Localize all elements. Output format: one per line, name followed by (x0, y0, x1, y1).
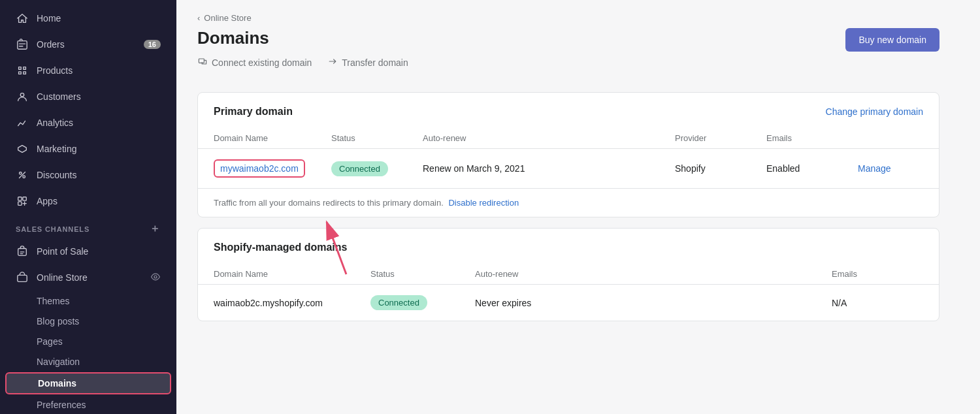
subnav-pages[interactable]: Pages (5, 332, 171, 351)
col-action (858, 133, 923, 143)
shopify-domain-row: waimaob2c.myshopify.com Connected Never … (198, 285, 939, 321)
orders-icon (16, 38, 29, 51)
buy-new-domain-button[interactable]: Buy new domain (845, 28, 939, 52)
shopify-col-status: Status (370, 269, 475, 279)
shopify-emails: N/A (832, 298, 923, 308)
eye-icon[interactable] (150, 272, 161, 284)
transfer-domain-icon (327, 56, 338, 69)
sidebar-item-analytics-label: Analytics (37, 118, 161, 128)
change-primary-domain-link[interactable]: Change primary domain (826, 106, 923, 117)
col-emails: Emails (766, 133, 858, 143)
shopify-domain-status: Connected (370, 295, 475, 310)
sidebar-item-orders-label: Orders (37, 39, 144, 50)
svg-rect-10 (199, 59, 204, 63)
sidebar-item-home[interactable]: Home (5, 6, 171, 31)
discounts-icon (16, 168, 29, 182)
breadcrumb-link[interactable]: Online Store (204, 13, 251, 23)
sidebar-item-online-store-label: Online Store (37, 272, 145, 283)
transfer-domain-label: Transfer domain (342, 57, 408, 68)
sidebar-item-apps-label: Apps (37, 196, 161, 206)
disable-redirection-link[interactable]: Disable redirection (448, 198, 519, 208)
sidebar-item-discounts-label: Discounts (37, 170, 161, 180)
shopify-col-emails: Emails (832, 269, 923, 279)
subnav-themes[interactable]: Themes (5, 291, 171, 311)
col-provider: Provider (675, 133, 766, 143)
sales-channels-header: SALES CHANNELS ＋ (0, 214, 176, 238)
analytics-icon (16, 116, 29, 129)
col-status: Status (331, 133, 423, 143)
sidebar-item-marketing[interactable]: Marketing (5, 136, 171, 161)
primary-domain-name-cell: mywaimaob2c.com (214, 159, 331, 178)
sidebar-item-customers-label: Customers (37, 91, 161, 102)
sidebar-item-discounts[interactable]: Discounts (5, 163, 171, 187)
col-autorenew: Auto-renew (423, 133, 675, 143)
breadcrumb: ‹ Online Store (197, 13, 939, 23)
redirect-notice: Traffic from all your domains redirects … (198, 189, 939, 217)
sidebar-item-pos[interactable]: Point of Sale (5, 239, 171, 264)
connect-domain-link[interactable]: Connect existing domain (197, 56, 312, 69)
transfer-domain-link[interactable]: Transfer domain (327, 56, 408, 69)
shopify-connected-badge: Connected (370, 295, 427, 310)
marketing-icon (16, 142, 29, 155)
svg-point-2 (20, 172, 22, 175)
shopify-col-autorenew: Auto-renew (475, 269, 832, 279)
sidebar-item-marketing-label: Marketing (37, 144, 161, 154)
sidebar-item-products[interactable]: Products (5, 58, 171, 83)
col-domain-name: Domain Name (214, 133, 331, 143)
svg-point-1 (20, 93, 24, 97)
sidebar-item-orders[interactable]: Orders 16 (5, 32, 171, 57)
primary-domain-provider: Shopify (675, 163, 766, 174)
online-store-icon (16, 271, 29, 284)
sidebar-item-apps[interactable]: Apps (5, 189, 171, 214)
shopify-domains-card: Shopify-managed domains Domain Name Stat… (197, 228, 939, 321)
connect-domain-icon (197, 56, 208, 69)
svg-rect-6 (18, 202, 22, 205)
primary-domain-card: Primary domain Change primary domain Dom… (197, 92, 939, 217)
page-title: Domains (197, 28, 408, 48)
sidebar-item-online-store[interactable]: Online Store (5, 265, 171, 290)
svg-point-9 (154, 276, 157, 278)
action-links: Connect existing domain Transfer domain (197, 56, 408, 69)
primary-domain-card-header: Primary domain Change primary domain (198, 93, 939, 128)
connected-badge: Connected (331, 161, 388, 176)
svg-rect-4 (18, 197, 22, 200)
primary-domain-title: Primary domain (214, 106, 293, 118)
add-sales-channel-icon[interactable]: ＋ (150, 222, 161, 236)
subnav-blog-posts[interactable]: Blog posts (5, 311, 171, 331)
svg-rect-8 (18, 275, 27, 281)
shopify-domains-header: Shopify-managed domains (198, 229, 939, 264)
shopify-autorenew: Never expires (475, 298, 832, 308)
shopify-table-header: Domain Name Status Auto-renew Emails (198, 264, 939, 285)
customers-icon (16, 90, 29, 103)
sidebar-item-products-label: Products (37, 65, 161, 76)
home-icon (16, 12, 29, 25)
orders-badge: 16 (144, 40, 161, 49)
sidebar-item-customers[interactable]: Customers (5, 84, 171, 109)
subnav-preferences[interactable]: Preferences (5, 395, 171, 414)
primary-domain-manage-link[interactable]: Manage (858, 163, 891, 174)
page-header: Domains Connect existing domain (197, 28, 939, 82)
connect-domain-label: Connect existing domain (212, 57, 312, 68)
svg-point-3 (23, 176, 25, 178)
apps-icon (16, 195, 29, 208)
main-content: ‹ Online Store Domains Connect e (176, 0, 980, 414)
sidebar-item-home-label: Home (37, 13, 161, 24)
pos-icon (16, 245, 29, 258)
primary-domain-emails: Enabled (766, 163, 858, 174)
subnav-navigation[interactable]: Navigation (5, 352, 171, 372)
breadcrumb-chevron: ‹ (197, 13, 200, 23)
svg-rect-5 (23, 197, 26, 200)
shopify-domain-name: waimaob2c.myshopify.com (214, 298, 370, 308)
primary-domain-status: Connected (331, 161, 423, 176)
sidebar: Home Orders 16 Products Customers (0, 0, 176, 414)
primary-domain-row: mywaimaob2c.com Connected Renew on March… (198, 149, 939, 189)
shopify-col-domain: Domain Name (214, 269, 370, 279)
online-store-subnav: Themes Blog posts Pages Navigation Domai… (0, 291, 176, 414)
sidebar-item-pos-label: Point of Sale (37, 246, 161, 257)
shopify-domains-title: Shopify-managed domains (214, 242, 347, 253)
primary-domain-link[interactable]: mywaimaob2c.com (214, 159, 305, 178)
subnav-domains[interactable]: Domains (5, 372, 171, 394)
sidebar-item-analytics[interactable]: Analytics (5, 110, 171, 135)
primary-domain-manage: Manage (858, 163, 923, 174)
products-icon (16, 64, 29, 77)
